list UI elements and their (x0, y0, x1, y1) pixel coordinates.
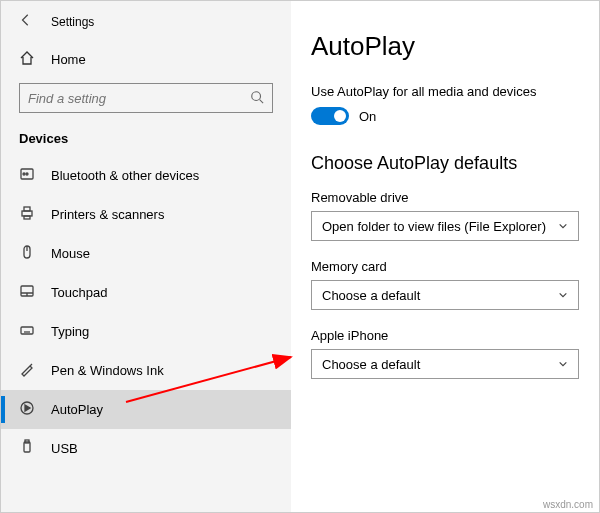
mouse-icon (19, 244, 35, 263)
sidebar-item-label: Typing (51, 324, 89, 339)
autoplay-toggle[interactable] (311, 107, 349, 125)
svg-rect-5 (24, 207, 30, 211)
sidebar-item-label: Printers & scanners (51, 207, 164, 222)
toggle-state: On (359, 109, 376, 124)
sidebar-item-usb[interactable]: USB (1, 429, 291, 468)
sidebar-item-label: Touchpad (51, 285, 107, 300)
touchpad-icon (19, 283, 35, 302)
back-button[interactable] (19, 13, 33, 30)
dropdown-value: Open folder to view files (File Explorer… (322, 219, 546, 234)
sidebar-item-label: Bluetooth & other devices (51, 168, 199, 183)
svg-point-2 (23, 173, 25, 175)
sidebar-item-touchpad[interactable]: Touchpad (1, 273, 291, 312)
dropdown-select[interactable]: Choose a default (311, 280, 579, 310)
sidebar-item-label: USB (51, 441, 78, 456)
dropdown-apple-iphone: Apple iPhone Choose a default (311, 328, 579, 379)
search-input[interactable] (28, 91, 250, 106)
svg-rect-9 (21, 327, 33, 334)
sidebar-item-mouse[interactable]: Mouse (1, 234, 291, 273)
keyboard-icon (19, 322, 35, 341)
main-pane: AutoPlay Use AutoPlay for all media and … (291, 1, 599, 512)
dropdown-removable-drive: Removable drive Open folder to view file… (311, 190, 579, 241)
dropdown-select[interactable]: Open folder to view files (File Explorer… (311, 211, 579, 241)
sidebar-item-typing[interactable]: Typing (1, 312, 291, 351)
svg-rect-4 (22, 211, 32, 216)
sidebar-item-bluetooth[interactable]: Bluetooth & other devices (1, 156, 291, 195)
dropdown-value: Choose a default (322, 357, 420, 372)
search-icon (250, 90, 264, 107)
search-box[interactable] (19, 83, 273, 113)
title-row: Settings (1, 9, 291, 40)
sidebar-item-autoplay[interactable]: AutoPlay (1, 390, 291, 429)
sidebar-item-printers[interactable]: Printers & scanners (1, 195, 291, 234)
autoplay-toggle-block: Use AutoPlay for all media and devices O… (311, 84, 579, 125)
section-label: Devices (1, 125, 291, 156)
home-icon (19, 50, 35, 69)
dropdown-label: Apple iPhone (311, 328, 579, 343)
dropdown-label: Removable drive (311, 190, 579, 205)
chevron-down-icon (558, 219, 568, 234)
app-title: Settings (51, 15, 94, 29)
pen-icon (19, 361, 35, 380)
svg-rect-6 (24, 216, 30, 219)
sidebar-item-label: Mouse (51, 246, 90, 261)
toggle-label: Use AutoPlay for all media and devices (311, 84, 579, 99)
chevron-down-icon (558, 357, 568, 372)
sidebar-item-label: Pen & Windows Ink (51, 363, 164, 378)
sidebar-item-label: AutoPlay (51, 402, 103, 417)
svg-point-3 (26, 173, 28, 175)
play-icon (19, 400, 35, 419)
dropdown-label: Memory card (311, 259, 579, 274)
bluetooth-icon (19, 166, 35, 185)
watermark: wsxdn.com (543, 499, 593, 510)
page-title: AutoPlay (311, 31, 579, 62)
svg-point-0 (252, 91, 261, 100)
dropdown-memory-card: Memory card Choose a default (311, 259, 579, 310)
home-label: Home (51, 52, 86, 67)
dropdown-value: Choose a default (322, 288, 420, 303)
dropdown-select[interactable]: Choose a default (311, 349, 579, 379)
home-link[interactable]: Home (1, 40, 291, 79)
chevron-down-icon (558, 288, 568, 303)
defaults-section-title: Choose AutoPlay defaults (311, 153, 579, 174)
usb-icon (19, 439, 35, 458)
printer-icon (19, 205, 35, 224)
sidebar-item-pen[interactable]: Pen & Windows Ink (1, 351, 291, 390)
sidebar: Settings Home Devices Bluetooth & other … (1, 1, 291, 512)
